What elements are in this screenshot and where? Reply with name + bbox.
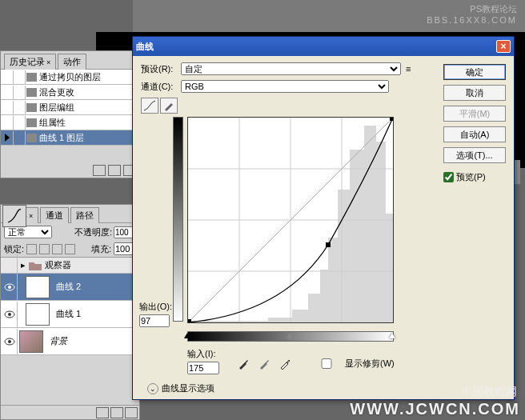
input-label: 输入(I): [187, 348, 219, 360]
layer-list: ▸ 观察器 曲线 2 曲线 1 背景 [1, 258, 139, 355]
eye-icon [4, 283, 15, 291]
options-button[interactable]: 选项(T)... [443, 147, 506, 163]
tab-channels[interactable]: 通道 [40, 207, 69, 223]
svg-rect-25 [390, 118, 393, 121]
lock-transparent-icon[interactable] [26, 244, 37, 254]
preview-checkbox[interactable]: 预览(P) [443, 171, 506, 183]
close-button[interactable]: × [496, 40, 511, 53]
curve-tool-icons [141, 98, 443, 114]
mask-icon[interactable] [125, 407, 138, 418]
white-point-slider[interactable] [389, 333, 395, 338]
show-clipping-checkbox[interactable]: 显示修剪(W) [311, 358, 395, 370]
folder-icon [26, 103, 37, 112]
svg-rect-24 [188, 319, 191, 322]
input-section: 输入(I): 显示修剪(W) [187, 353, 443, 374]
layer-row[interactable]: 背景 [1, 328, 139, 355]
watermark-bottom-cn: 中国教程网 [461, 385, 517, 399]
tab-history[interactable]: 历史记录× [4, 54, 56, 70]
svg-point-1 [8, 286, 11, 289]
lock-position-icon[interactable] [52, 244, 62, 254]
svg-point-3 [8, 313, 11, 316]
history-item[interactable]: 混合更改 [1, 85, 139, 100]
eyedropper-tools [235, 357, 293, 371]
new-snapshot-icon[interactable] [93, 165, 106, 176]
curves-dialog: 曲线 × 预设(R): 自定 ≡ 通道(C): RGB 输出(O): [132, 36, 515, 400]
layer-row-selected[interactable]: 曲线 2 [1, 274, 139, 301]
curve-tool-icon[interactable] [141, 98, 158, 114]
expand-icon[interactable]: ⌄ [147, 383, 158, 394]
watermark-line1: PS教程论坛 [141, 3, 517, 15]
history-footer [1, 163, 139, 178]
visibility-toggle[interactable] [2, 274, 18, 300]
channel-label: 通道(C): [141, 81, 181, 93]
history-item[interactable]: 通过拷贝的图层 [1, 70, 139, 85]
blend-mode-select[interactable]: 正常 [4, 226, 52, 238]
cancel-button[interactable]: 取消 [443, 85, 506, 101]
curve-line[interactable] [188, 118, 393, 322]
page-watermark-top: PS教程论坛 BBS.16XX8.COM [133, 0, 525, 36]
dialog-title: 曲线 [136, 41, 496, 53]
eye-icon [4, 310, 15, 318]
close-icon[interactable]: × [46, 58, 50, 66]
layer-icon [26, 134, 37, 142]
tab-actions[interactable]: 动作 [58, 54, 86, 70]
layer-icon [26, 73, 37, 82]
history-item[interactable]: 图层编组 [1, 100, 139, 115]
preset-label: 预设(R): [141, 63, 181, 75]
image-thumb [19, 330, 43, 353]
close-icon[interactable]: × [29, 212, 33, 220]
gray-eyedropper-icon[interactable] [256, 357, 272, 371]
folder-icon [26, 118, 37, 127]
history-item-selected[interactable]: 曲线 1 图层 [1, 130, 139, 146]
preset-menu-icon[interactable]: ≡ [406, 64, 420, 74]
eye-icon [4, 338, 15, 346]
output-input[interactable] [139, 314, 170, 327]
smooth-button: 平滑(M) [443, 106, 506, 122]
layers-footer [1, 405, 139, 419]
layer-icon [26, 88, 37, 97]
dialog-titlebar[interactable]: 曲线 × [133, 37, 514, 56]
display-options-toggle[interactable]: ⌄ 曲线显示选项 [147, 382, 443, 394]
history-panel: 历史记录× 动作 通过拷贝的图层 混合更改 图层编组 组属性 曲线 1 图层 [0, 50, 140, 178]
visibility-toggle[interactable] [2, 329, 18, 354]
white-eyedropper-icon[interactable] [277, 357, 293, 371]
output-label: 输出(O): [139, 301, 172, 313]
curve-editor: 输出(O): [187, 117, 443, 342]
folder-icon [29, 261, 42, 270]
layer-name: 曲线 1 [56, 308, 81, 320]
lock-paint-icon[interactable] [39, 244, 50, 254]
link-button-icon[interactable] [96, 407, 109, 418]
group-name: 观察器 [45, 259, 71, 271]
layer-name: 曲线 2 [56, 281, 81, 293]
layer-row[interactable]: 曲线 1 [1, 301, 139, 328]
ok-button[interactable]: 确定 [443, 64, 506, 80]
black-point-slider[interactable] [184, 333, 190, 338]
fill-label: 填充: [91, 243, 111, 255]
adjustment-thumb [2, 205, 26, 227]
mask-thumb [26, 303, 50, 326]
watermark-bottom: WWW.JCWCN.COM [350, 400, 520, 418]
auto-button[interactable]: 自动(A) [443, 126, 506, 142]
svg-rect-23 [326, 242, 331, 247]
dialog-buttons: 确定 取消 平滑(M) 自动(A) 选项(T)... 预览(P) [443, 62, 506, 394]
vertical-gradient [173, 117, 183, 322]
svg-point-5 [8, 340, 11, 343]
pencil-tool-icon[interactable] [160, 98, 178, 114]
new-doc-icon[interactable] [108, 165, 121, 176]
preset-select[interactable]: 自定 [181, 62, 401, 75]
gray-point-slider[interactable] [287, 333, 293, 338]
watermark-line2: BBS.16XX8.COM [141, 15, 517, 25]
layer-name: 背景 [50, 335, 67, 347]
visibility-toggle[interactable] [2, 302, 18, 327]
input-value-input[interactable] [187, 362, 219, 374]
fx-icon[interactable] [110, 407, 123, 418]
history-tabs: 历史记录× 动作 [1, 51, 139, 70]
tab-paths[interactable]: 路径 [70, 207, 99, 223]
black-eyedropper-icon[interactable] [235, 357, 251, 371]
lock-all-icon[interactable] [65, 244, 75, 254]
layer-group-row[interactable]: ▸ 观察器 [1, 258, 139, 274]
play-icon [5, 134, 10, 142]
curve-graph[interactable] [187, 117, 394, 323]
history-item[interactable]: 组属性 [1, 115, 139, 130]
channel-select[interactable]: RGB [181, 80, 389, 93]
